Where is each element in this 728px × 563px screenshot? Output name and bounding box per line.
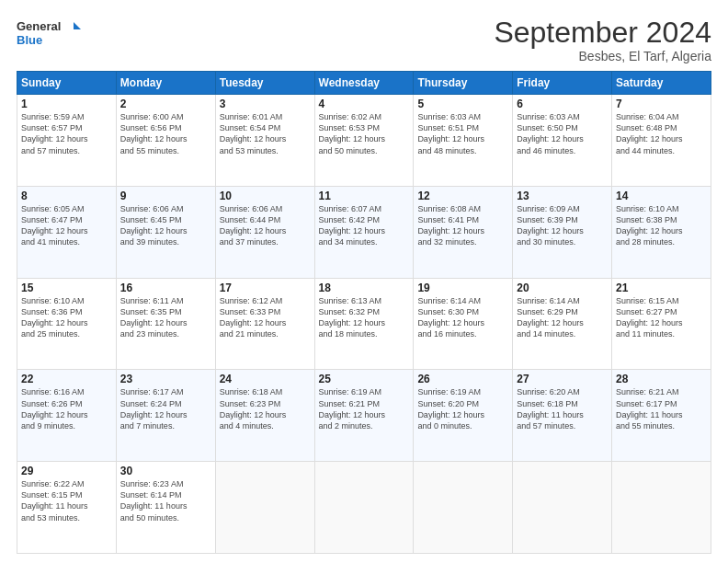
day-number: 7 xyxy=(616,98,707,110)
day-number: 8 xyxy=(21,190,112,202)
col-header-thursday: Thursday xyxy=(414,72,513,95)
day-info: Sunrise: 6:10 AM Sunset: 6:36 PM Dayligh… xyxy=(21,295,112,340)
day-info: Sunrise: 6:02 AM Sunset: 6:53 PM Dayligh… xyxy=(319,111,410,156)
col-header-wednesday: Wednesday xyxy=(314,72,414,95)
day-info: Sunrise: 6:23 AM Sunset: 6:14 PM Dayligh… xyxy=(120,478,211,523)
day-info: Sunrise: 6:09 AM Sunset: 6:39 PM Dayligh… xyxy=(517,203,608,248)
empty-cell xyxy=(314,462,414,554)
day-cell-8: 8Sunrise: 6:05 AM Sunset: 6:47 PM Daylig… xyxy=(17,186,117,278)
day-number: 9 xyxy=(120,190,211,202)
day-cell-10: 10Sunrise: 6:06 AM Sunset: 6:44 PM Dayli… xyxy=(215,186,314,278)
calendar-table: SundayMondayTuesdayWednesdayThursdayFrid… xyxy=(17,71,711,554)
day-cell-15: 15Sunrise: 6:10 AM Sunset: 6:36 PM Dayli… xyxy=(17,278,117,370)
day-info: Sunrise: 6:12 AM Sunset: 6:33 PM Dayligh… xyxy=(220,295,311,340)
title-block: September 2024 Besbes, El Tarf, Algeria xyxy=(494,17,711,63)
day-cell-18: 18Sunrise: 6:13 AM Sunset: 6:32 PM Dayli… xyxy=(314,278,414,370)
day-info: Sunrise: 6:07 AM Sunset: 6:42 PM Dayligh… xyxy=(319,203,410,248)
day-cell-21: 21Sunrise: 6:15 AM Sunset: 6:27 PM Dayli… xyxy=(612,278,711,370)
day-info: Sunrise: 6:19 AM Sunset: 6:21 PM Dayligh… xyxy=(319,386,410,431)
day-info: Sunrise: 6:17 AM Sunset: 6:24 PM Dayligh… xyxy=(120,386,211,431)
day-info: Sunrise: 6:06 AM Sunset: 6:45 PM Dayligh… xyxy=(120,203,211,248)
week-row-4: 22Sunrise: 6:16 AM Sunset: 6:26 PM Dayli… xyxy=(17,370,711,462)
svg-text:Blue: Blue xyxy=(17,33,42,47)
week-row-1: 1Sunrise: 5:59 AM Sunset: 6:57 PM Daylig… xyxy=(17,95,711,187)
week-row-2: 8Sunrise: 6:05 AM Sunset: 6:47 PM Daylig… xyxy=(17,186,711,278)
day-info: Sunrise: 6:04 AM Sunset: 6:48 PM Dayligh… xyxy=(616,111,707,156)
day-info: Sunrise: 6:03 AM Sunset: 6:50 PM Dayligh… xyxy=(517,111,608,156)
day-number: 29 xyxy=(21,465,112,477)
day-info: Sunrise: 6:01 AM Sunset: 6:54 PM Dayligh… xyxy=(220,111,311,156)
day-cell-6: 6Sunrise: 6:03 AM Sunset: 6:50 PM Daylig… xyxy=(513,95,612,187)
day-number: 11 xyxy=(319,190,410,202)
day-cell-12: 12Sunrise: 6:08 AM Sunset: 6:41 PM Dayli… xyxy=(414,186,513,278)
day-number: 27 xyxy=(517,373,608,385)
day-cell-30: 30Sunrise: 6:23 AM Sunset: 6:14 PM Dayli… xyxy=(116,462,215,554)
day-info: Sunrise: 6:11 AM Sunset: 6:35 PM Dayligh… xyxy=(120,295,211,340)
day-number: 26 xyxy=(417,373,508,385)
svg-text:General: General xyxy=(17,19,61,33)
week-row-5: 29Sunrise: 6:22 AM Sunset: 6:15 PM Dayli… xyxy=(17,462,711,554)
day-cell-13: 13Sunrise: 6:09 AM Sunset: 6:39 PM Dayli… xyxy=(513,186,612,278)
header: General Blue September 2024 Besbes, El T… xyxy=(17,17,711,63)
day-number: 10 xyxy=(220,190,311,202)
day-info: Sunrise: 6:06 AM Sunset: 6:44 PM Dayligh… xyxy=(220,203,311,248)
month-title: September 2024 xyxy=(494,17,711,49)
day-info: Sunrise: 6:05 AM Sunset: 6:47 PM Dayligh… xyxy=(21,203,112,248)
col-header-friday: Friday xyxy=(513,72,612,95)
day-number: 16 xyxy=(120,282,211,294)
empty-cell xyxy=(414,462,513,554)
day-cell-1: 1Sunrise: 5:59 AM Sunset: 6:57 PM Daylig… xyxy=(17,95,117,187)
day-info: Sunrise: 6:20 AM Sunset: 6:18 PM Dayligh… xyxy=(517,386,608,431)
day-info: Sunrise: 6:14 AM Sunset: 6:30 PM Dayligh… xyxy=(417,295,508,340)
day-cell-3: 3Sunrise: 6:01 AM Sunset: 6:54 PM Daylig… xyxy=(215,95,314,187)
day-info: Sunrise: 6:19 AM Sunset: 6:20 PM Dayligh… xyxy=(417,386,508,431)
day-number: 18 xyxy=(319,282,410,294)
day-cell-29: 29Sunrise: 6:22 AM Sunset: 6:15 PM Dayli… xyxy=(17,462,117,554)
day-info: Sunrise: 6:14 AM Sunset: 6:29 PM Dayligh… xyxy=(517,295,608,340)
col-header-sunday: Sunday xyxy=(17,72,117,95)
day-number: 22 xyxy=(21,373,112,385)
day-number: 19 xyxy=(417,282,508,294)
day-cell-23: 23Sunrise: 6:17 AM Sunset: 6:24 PM Dayli… xyxy=(116,370,215,462)
day-number: 13 xyxy=(517,190,608,202)
day-cell-11: 11Sunrise: 6:07 AM Sunset: 6:42 PM Dayli… xyxy=(314,186,414,278)
day-number: 23 xyxy=(120,373,211,385)
day-number: 21 xyxy=(616,282,707,294)
week-row-3: 15Sunrise: 6:10 AM Sunset: 6:36 PM Dayli… xyxy=(17,278,711,370)
col-header-saturday: Saturday xyxy=(612,72,711,95)
day-info: Sunrise: 6:16 AM Sunset: 6:26 PM Dayligh… xyxy=(21,386,112,431)
day-cell-26: 26Sunrise: 6:19 AM Sunset: 6:20 PM Dayli… xyxy=(414,370,513,462)
day-number: 15 xyxy=(21,282,112,294)
logo-svg: General Blue xyxy=(17,17,81,50)
col-header-tuesday: Tuesday xyxy=(215,72,314,95)
day-number: 6 xyxy=(517,98,608,110)
day-number: 5 xyxy=(417,98,508,110)
day-number: 1 xyxy=(21,98,112,110)
day-cell-2: 2Sunrise: 6:00 AM Sunset: 6:56 PM Daylig… xyxy=(116,95,215,187)
day-info: Sunrise: 6:08 AM Sunset: 6:41 PM Dayligh… xyxy=(417,203,508,248)
day-info: Sunrise: 6:18 AM Sunset: 6:23 PM Dayligh… xyxy=(220,386,311,431)
day-cell-4: 4Sunrise: 6:02 AM Sunset: 6:53 PM Daylig… xyxy=(314,95,414,187)
day-cell-27: 27Sunrise: 6:20 AM Sunset: 6:18 PM Dayli… xyxy=(513,370,612,462)
day-cell-5: 5Sunrise: 6:03 AM Sunset: 6:51 PM Daylig… xyxy=(414,95,513,187)
day-number: 4 xyxy=(319,98,410,110)
empty-cell xyxy=(612,462,711,554)
day-cell-19: 19Sunrise: 6:14 AM Sunset: 6:30 PM Dayli… xyxy=(414,278,513,370)
day-cell-7: 7Sunrise: 6:04 AM Sunset: 6:48 PM Daylig… xyxy=(612,95,711,187)
day-cell-22: 22Sunrise: 6:16 AM Sunset: 6:26 PM Dayli… xyxy=(17,370,117,462)
logo: General Blue xyxy=(17,17,81,50)
day-info: Sunrise: 6:22 AM Sunset: 6:15 PM Dayligh… xyxy=(21,478,112,523)
day-number: 14 xyxy=(616,190,707,202)
day-number: 24 xyxy=(220,373,311,385)
day-cell-20: 20Sunrise: 6:14 AM Sunset: 6:29 PM Dayli… xyxy=(513,278,612,370)
day-info: Sunrise: 6:15 AM Sunset: 6:27 PM Dayligh… xyxy=(616,295,707,340)
day-info: Sunrise: 6:00 AM Sunset: 6:56 PM Dayligh… xyxy=(120,111,211,156)
day-cell-16: 16Sunrise: 6:11 AM Sunset: 6:35 PM Dayli… xyxy=(116,278,215,370)
day-info: Sunrise: 5:59 AM Sunset: 6:57 PM Dayligh… xyxy=(21,111,112,156)
day-info: Sunrise: 6:13 AM Sunset: 6:32 PM Dayligh… xyxy=(319,295,410,340)
location-subtitle: Besbes, El Tarf, Algeria xyxy=(494,49,711,63)
day-number: 2 xyxy=(120,98,211,110)
day-number: 25 xyxy=(319,373,410,385)
day-info: Sunrise: 6:10 AM Sunset: 6:38 PM Dayligh… xyxy=(616,203,707,248)
day-cell-9: 9Sunrise: 6:06 AM Sunset: 6:45 PM Daylig… xyxy=(116,186,215,278)
